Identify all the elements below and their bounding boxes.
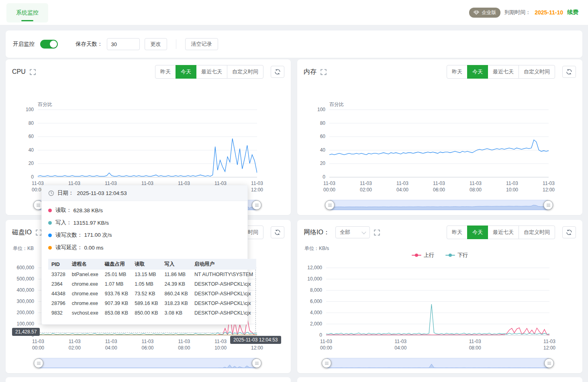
- refresh-button[interactable]: [271, 66, 284, 78]
- refresh-button[interactable]: [271, 226, 284, 238]
- range-custom-button[interactable]: 自定义时间: [227, 65, 263, 79]
- range-yesterday-button[interactable]: 昨天: [447, 226, 468, 239]
- x-axis-label: 11-0306:00: [433, 181, 445, 193]
- range-custom-button[interactable]: 自定义时间: [519, 65, 555, 79]
- y-axis-label: 300,000: [17, 299, 34, 304]
- x-axis-label: 11-0300:00: [323, 181, 335, 193]
- datazoom-right-handle[interactable]: [252, 358, 261, 368]
- range-last7days-button[interactable]: 最近七天: [488, 226, 519, 239]
- y-axis-label: 20: [29, 161, 34, 166]
- monitor-toggle[interactable]: [40, 40, 58, 49]
- memory-panel-title: 内存: [304, 68, 316, 76]
- range-today-button[interactable]: 今天: [467, 65, 488, 79]
- datazoom-minimap: [39, 358, 257, 368]
- change-button[interactable]: 更改: [145, 38, 167, 50]
- table-header-cell: 启动用户: [191, 259, 256, 270]
- network-line-series: [326, 268, 549, 335]
- memory-chart[interactable]: 100806040200: [329, 110, 549, 177]
- table-header-cell: 进程名: [69, 259, 102, 270]
- refresh-button[interactable]: [562, 66, 576, 78]
- range-yesterday-button[interactable]: 昨天: [447, 65, 468, 79]
- series-dot-icon: [48, 209, 52, 212]
- datazoom-right-handle[interactable]: [252, 200, 261, 210]
- x-axis-label: 11-0312:00: [543, 339, 555, 351]
- datazoom-minimap: [330, 200, 548, 210]
- y-axis-label: 100,000: [17, 321, 34, 327]
- diamond-icon: [474, 10, 479, 15]
- cpu-line-series: [38, 110, 257, 177]
- x-axis-label: 11-0300:00: [320, 339, 332, 351]
- license-info: 企业版 到期时间： 2025-11-10 续费: [469, 0, 578, 25]
- x-axis-label: 11-0306:00: [141, 339, 153, 351]
- legend-label: 下行: [457, 252, 468, 259]
- y-axis-label: 20: [320, 161, 325, 166]
- datazoom-right-handle[interactable]: [544, 358, 554, 368]
- network-y-axis-unit: 单位：KB/s: [304, 245, 576, 252]
- disk-io-tooltip: 日期： 2025-11-03 12:04:53 读取：628.38 KB/s写入…: [41, 185, 248, 325]
- fullscreen-icon[interactable]: [374, 230, 380, 236]
- cpu-range-group: 昨天 今天 最近七天 自定义时间: [155, 65, 263, 79]
- y-axis-label: 80: [320, 120, 325, 126]
- y-axis-label: 0: [319, 332, 322, 338]
- y-axis-label: 10,000: [307, 276, 322, 282]
- metric-label: 写入：: [55, 219, 72, 226]
- x-axis-label: 11-0312:00: [251, 181, 263, 193]
- y-axis-label: 400,000: [17, 287, 34, 293]
- metric-label: 读取：: [55, 207, 72, 214]
- range-today-button[interactable]: 今天: [176, 65, 196, 79]
- network-io-chart[interactable]: 12,00010,0008,0006,0004,0002,0000: [326, 268, 549, 335]
- y-axis-label: 12,000: [307, 265, 322, 270]
- cpu-chart[interactable]: 100806040200: [38, 110, 257, 177]
- clock-icon: [48, 190, 54, 196]
- legend-item[interactable]: 上行: [412, 252, 434, 259]
- metric-value: 171.00 次/s: [84, 232, 112, 239]
- datazoom-left-handle[interactable]: [322, 358, 331, 368]
- x-axis-label: 11-0308:00: [470, 181, 482, 193]
- tab-system-monitor[interactable]: 系统监控: [6, 3, 48, 22]
- range-today-button[interactable]: 今天: [467, 226, 488, 239]
- memory-datazoom-slider[interactable]: [329, 200, 549, 210]
- x-axis-label: 11-0310:00: [214, 339, 227, 351]
- metric-label: 读写次数：: [55, 232, 83, 239]
- y-axis-label: 60: [29, 134, 34, 139]
- datazoom-right-handle[interactable]: [543, 200, 553, 210]
- metric-value: 0.00 ms: [84, 245, 104, 251]
- fullscreen-icon[interactable]: [30, 69, 36, 75]
- refresh-button[interactable]: [562, 226, 576, 238]
- network-interface-select[interactable]: 全部: [335, 226, 370, 238]
- disk-datazoom-slider[interactable]: [38, 358, 257, 368]
- y-axis-label: 4,000: [310, 310, 322, 315]
- fullscreen-icon[interactable]: [321, 69, 327, 75]
- save-days-input[interactable]: [107, 38, 140, 50]
- license-badge: 企业版: [469, 8, 500, 18]
- tooltip-date-value: 2025-11-03 12:04:53: [77, 190, 127, 196]
- range-last7days-button[interactable]: 最近七天: [196, 65, 227, 79]
- network-range-group: 昨天 今天 最近七天 自定义时间: [447, 226, 555, 239]
- x-axis-label: 11-0312:00: [543, 181, 555, 193]
- axis-pointer-x-label: 2025-11-03 12:04:53: [230, 336, 281, 344]
- legend-item[interactable]: 下行: [445, 252, 468, 259]
- datazoom-left-handle[interactable]: [325, 200, 335, 210]
- datazoom-minimap: [327, 358, 549, 368]
- table-header-cell: 磁盘占用: [102, 259, 131, 270]
- datazoom-left-handle[interactable]: [34, 358, 43, 368]
- network-datazoom-slider[interactable]: [326, 358, 549, 368]
- range-last7days-button[interactable]: 最近七天: [488, 65, 519, 79]
- refresh-icon: [566, 229, 572, 236]
- save-days-label: 保存天数：: [76, 41, 103, 48]
- x-axis-label: 11-0304:00: [394, 339, 406, 351]
- table-row: 9832svchost.exe853.08 KB850.00 KB3.08 KB…: [48, 308, 256, 318]
- series-dot-icon: [48, 234, 52, 237]
- x-axis-label: 11-0300:00: [32, 339, 44, 351]
- range-custom-button[interactable]: 自定义时间: [519, 226, 555, 239]
- y-axis-label: 600,000: [17, 265, 34, 270]
- cpu-panel-title: CPU: [12, 68, 26, 75]
- fullscreen-icon[interactable]: [36, 230, 42, 236]
- memory-line-series: [329, 110, 549, 177]
- clear-records-button[interactable]: 清空记录: [185, 38, 218, 50]
- tooltip-metric: 读写延迟：0.00 ms: [48, 244, 241, 251]
- divider: [176, 39, 176, 49]
- range-yesterday-button[interactable]: 昨天: [155, 65, 176, 79]
- x-axis-label: 11-0302:00: [360, 181, 372, 193]
- renew-link[interactable]: 续费: [567, 9, 578, 16]
